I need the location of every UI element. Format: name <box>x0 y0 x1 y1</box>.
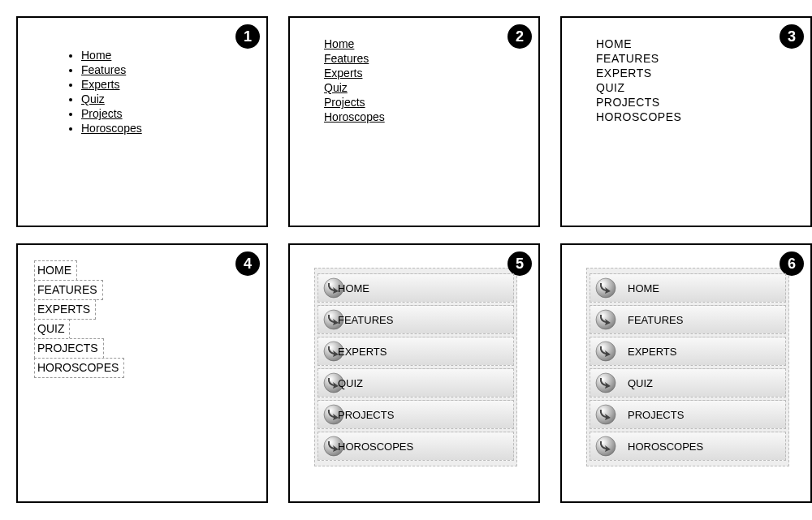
nav-label: Projects <box>628 409 684 421</box>
nav-link-quiz[interactable]: Quiz <box>324 81 348 94</box>
nav-label: Quiz <box>628 377 653 389</box>
list-item: Horoscopes <box>81 122 252 135</box>
panel-grid: 1 Home Features Experts Quiz Projects Ho… <box>16 16 796 503</box>
panel-5: 5 Home Features Experts Quiz Projects <box>288 243 540 503</box>
nav-link-experts[interactable]: Experts <box>81 78 119 91</box>
list-item: Experts <box>324 67 524 80</box>
nav-label: Horoscopes <box>338 440 413 453</box>
list-item: Experts <box>81 78 252 91</box>
list-item: Quiz <box>81 92 252 105</box>
nav-link-projects[interactable]: Projects <box>596 96 796 109</box>
nav-label: Horoscopes <box>628 440 703 453</box>
nav-link-home[interactable]: Home <box>34 260 77 281</box>
nav-link-home[interactable]: Home <box>596 37 796 50</box>
nav-link-features[interactable]: Features <box>81 63 126 76</box>
panel-2: 2 Home Features Experts Quiz Projects Ho… <box>288 16 540 227</box>
panel-number-badge: 5 <box>508 251 532 276</box>
list-item: Features <box>81 63 252 76</box>
arrow-down-right-icon <box>595 277 616 299</box>
nav-link-horoscopes[interactable]: Horoscopes <box>324 110 385 123</box>
nav-link-horoscopes[interactable]: Horoscopes <box>34 358 124 378</box>
nav-link-features[interactable]: Features <box>34 280 103 300</box>
panel-number-badge: 4 <box>235 251 260 276</box>
nav-link-home[interactable]: Home <box>324 37 354 50</box>
nav-link-experts[interactable]: Experts <box>324 67 362 80</box>
nav-button-experts[interactable]: Experts <box>590 337 786 366</box>
panel-1: 1 Home Features Experts Quiz Projects Ho… <box>16 16 268 227</box>
nav-button-features[interactable]: Features <box>317 305 514 334</box>
list-item: Projects <box>81 107 252 120</box>
nav-label: Quiz <box>338 377 363 389</box>
nav-list: Home Features Experts Quiz Projects Horo… <box>324 37 524 123</box>
list-item: Horoscopes <box>324 110 524 123</box>
nav-link-projects[interactable]: Projects <box>34 338 104 359</box>
list-item: Home <box>324 37 524 50</box>
nav-link-home[interactable]: Home <box>81 49 111 62</box>
nav-link-quiz[interactable]: Quiz <box>596 81 796 94</box>
nav-link-projects[interactable]: Projects <box>81 107 123 120</box>
nav-link-features[interactable]: Features <box>324 52 369 65</box>
nav-list: Home Features Experts Quiz Projects Horo… <box>596 37 796 123</box>
panel-4: 4 Home Features Experts Quiz Projects Ho… <box>16 243 268 503</box>
arrow-down-right-icon <box>595 404 616 425</box>
nav-button-projects[interactable]: Projects <box>590 400 786 429</box>
nav-button-projects[interactable]: Projects <box>317 400 514 429</box>
nav-label: Home <box>628 282 659 294</box>
nav-link-experts[interactable]: Experts <box>596 67 796 80</box>
nav-button-quiz[interactable]: Quiz <box>590 368 786 398</box>
nav-link-projects[interactable]: Projects <box>324 96 365 109</box>
nav-link-horoscopes[interactable]: Horoscopes <box>596 110 796 123</box>
panel-number-badge: 2 <box>508 24 532 49</box>
nav-link-experts[interactable]: Experts <box>34 299 96 320</box>
nav-button-home[interactable]: Home <box>317 273 514 303</box>
nav-button-home[interactable]: Home <box>590 273 786 303</box>
nav-link-horoscopes[interactable]: Horoscopes <box>81 122 142 135</box>
nav-label: Projects <box>338 409 394 421</box>
nav-button-features[interactable]: Features <box>590 305 786 334</box>
nav-link-quiz[interactable]: Quiz <box>34 319 70 339</box>
panel-number-badge: 6 <box>780 251 804 276</box>
nav-list: Home Features Experts Quiz Projects Horo… <box>586 268 789 466</box>
panel-6: 6 Home Features Experts Quiz Projects <box>560 243 812 503</box>
nav-link-features[interactable]: Features <box>596 52 796 65</box>
nav-link-quiz[interactable]: Quiz <box>81 92 105 105</box>
nav-list: Home Features Experts Quiz Projects Horo… <box>34 261 252 378</box>
arrow-down-right-icon <box>595 372 616 393</box>
panel-3: 3 Home Features Experts Quiz Projects Ho… <box>560 16 812 227</box>
arrow-down-right-icon <box>595 436 616 457</box>
nav-label: Features <box>338 314 393 326</box>
nav-label: Home <box>338 282 369 294</box>
nav-button-horoscopes[interactable]: Horoscopes <box>317 432 514 461</box>
list-item: Home <box>81 49 252 62</box>
list-item: Quiz <box>324 81 524 94</box>
panel-number-badge: 1 <box>235 24 260 49</box>
panel-number-badge: 3 <box>780 24 804 49</box>
nav-label: Features <box>628 314 683 326</box>
nav-list: Home Features Experts Quiz Projects Horo… <box>314 268 517 466</box>
nav-label: Experts <box>628 346 676 358</box>
nav-button-experts[interactable]: Experts <box>317 337 514 366</box>
nav-list: Home Features Experts Quiz Projects Horo… <box>81 49 252 135</box>
nav-button-quiz[interactable]: Quiz <box>317 368 514 398</box>
nav-button-horoscopes[interactable]: Horoscopes <box>590 432 786 461</box>
arrow-down-right-icon <box>595 309 616 330</box>
list-item: Projects <box>324 96 524 109</box>
arrow-down-right-icon <box>595 341 616 362</box>
nav-label: Experts <box>338 346 387 358</box>
list-item: Features <box>324 52 524 65</box>
